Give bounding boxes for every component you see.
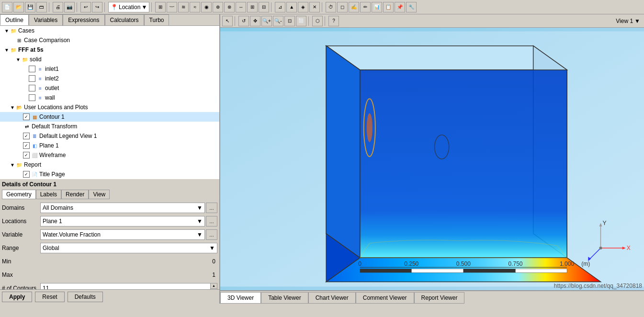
- tb12[interactable]: ↔: [236, 2, 246, 12]
- tb26[interactable]: 🔧: [406, 2, 417, 12]
- tb11[interactable]: ⊗: [224, 2, 235, 12]
- vt-zoom-fit[interactable]: ⊡: [284, 16, 295, 26]
- sep6: [322, 2, 324, 12]
- tree-item-default-transform[interactable]: ⇄ Default Transform: [0, 122, 219, 131]
- viewer-3d[interactable]: Water.Volume Fraction Contour 1 1.000e+0…: [220, 28, 644, 290]
- tree-item-solid[interactable]: ▼ 📁 solid: [0, 55, 219, 64]
- variable-btn[interactable]: …: [206, 229, 217, 240]
- tree-item-plane1[interactable]: ✓ ◧ Plane 1: [0, 141, 219, 150]
- sep5: [271, 2, 273, 12]
- tb25[interactable]: 📌: [395, 2, 405, 12]
- vt-projection[interactable]: ⬡: [312, 16, 323, 26]
- domains-dropdown[interactable]: All Domains ▼: [40, 203, 205, 213]
- tb17[interactable]: ◈: [298, 2, 308, 12]
- locations-dropdown[interactable]: Plane 1 ▼: [40, 216, 205, 226]
- tab-variables[interactable]: Variables: [29, 14, 63, 25]
- camera-btn[interactable]: 📷: [64, 2, 75, 12]
- tree-item-fff[interactable]: ▼ 📁 FFF at 5s: [0, 45, 219, 55]
- vt-pan[interactable]: ✥: [250, 16, 260, 26]
- tab-report-viewer[interactable]: Report Viewer: [414, 292, 465, 304]
- check-wall[interactable]: [29, 94, 35, 101]
- tree-item-user-locations[interactable]: ▼ 📂 User Locations and Plots: [0, 102, 219, 112]
- tab-3d-viewer[interactable]: 3D Viewer: [220, 292, 261, 304]
- tab-calculators[interactable]: Calculators: [105, 14, 144, 25]
- tree-item-inlet2[interactable]: ≡ inlet2: [0, 74, 219, 83]
- tb7[interactable]: ≋: [178, 2, 189, 12]
- tb8[interactable]: ≈: [190, 2, 200, 12]
- tb6[interactable]: 〰: [167, 2, 177, 12]
- print-btn[interactable]: 🖨: [53, 2, 63, 12]
- vt-box[interactable]: ⬜: [296, 16, 306, 26]
- vt-reset[interactable]: ↺: [238, 16, 249, 26]
- expander-solid[interactable]: ▼: [15, 57, 21, 62]
- tab-turbo[interactable]: Turbo: [144, 14, 169, 25]
- detail-tab-render[interactable]: Render: [61, 190, 89, 199]
- tree-item-wall[interactable]: ≡ wall: [0, 93, 219, 102]
- tb19[interactable]: ⏱: [326, 2, 336, 12]
- tree-item-title-page[interactable]: ✓ 📄 Title Page: [0, 170, 219, 179]
- new-btn[interactable]: 📄: [2, 2, 12, 12]
- tb23[interactable]: 📊: [372, 2, 382, 12]
- tb13[interactable]: ⊞: [247, 2, 258, 12]
- check-outlet[interactable]: [29, 85, 35, 91]
- tree-item-outlet[interactable]: ≡ outlet: [0, 83, 219, 93]
- tree-item-case-comparison[interactable]: ⊞ Case Comparison: [0, 35, 219, 45]
- tab-comment-viewer[interactable]: Comment Viewer: [356, 292, 414, 304]
- detail-tab-view[interactable]: View: [89, 190, 110, 199]
- variable-dropdown[interactable]: Water.Volume Fraction ▼: [40, 229, 205, 240]
- expander-fff[interactable]: ▼: [4, 47, 10, 53]
- check-inlet1[interactable]: [29, 66, 35, 72]
- tb24[interactable]: 📋: [383, 2, 394, 12]
- check-inlet2[interactable]: [29, 75, 35, 82]
- redo-btn[interactable]: ↪: [92, 2, 102, 12]
- vt-zoom-out[interactable]: 🔍-: [273, 16, 283, 26]
- open-btn[interactable]: 📂: [13, 2, 24, 12]
- tree-item-inlet1[interactable]: ≡ inlet1: [0, 64, 219, 74]
- apply-button[interactable]: Apply: [2, 292, 32, 302]
- tb5[interactable]: ⊞: [155, 2, 166, 12]
- tb16[interactable]: ▲: [286, 2, 297, 12]
- contours-input[interactable]: [41, 283, 210, 289]
- tb18[interactable]: ✕: [309, 2, 320, 12]
- tree-item-contour1[interactable]: ✓ ▦ Contour 1: [0, 112, 219, 122]
- expander-cases[interactable]: ▼: [4, 28, 10, 34]
- tb22[interactable]: ✏: [360, 2, 371, 12]
- tab-table-viewer[interactable]: Table Viewer: [261, 292, 308, 304]
- save-btn[interactable]: 💾: [25, 2, 35, 12]
- defaults-button[interactable]: Defaults: [68, 292, 103, 302]
- tab-chart-viewer[interactable]: Chart Viewer: [308, 292, 356, 304]
- tb9[interactable]: ◉: [201, 2, 212, 12]
- tb20[interactable]: ◻: [337, 2, 348, 12]
- view1-dropdown[interactable]: View 1 ▼: [616, 18, 640, 24]
- detail-tab-geometry[interactable]: Geometry: [2, 190, 36, 199]
- detail-tab-labels[interactable]: Labels: [36, 190, 61, 199]
- undo-btn[interactable]: ↩: [80, 2, 91, 12]
- tb10[interactable]: ⊕: [213, 2, 223, 12]
- tree-item-legend[interactable]: ✓ ≣ Default Legend View 1: [0, 131, 219, 141]
- vt-select[interactable]: ↖: [222, 16, 233, 26]
- domains-btn[interactable]: …: [206, 203, 217, 213]
- vt-zoom-in[interactable]: 🔍+: [261, 16, 272, 26]
- tb21[interactable]: ✍: [349, 2, 359, 12]
- tb14[interactable]: ⊟: [259, 2, 269, 12]
- check-contour1[interactable]: ✓: [23, 113, 30, 120]
- range-dropdown[interactable]: Global ▼: [40, 243, 217, 253]
- tb15[interactable]: ⊿: [275, 2, 285, 12]
- tab-expressions[interactable]: Expressions: [63, 14, 104, 25]
- check-title-page[interactable]: ✓: [23, 171, 30, 178]
- tree-item-wireframe[interactable]: ✓ ⬜ Wireframe: [0, 150, 219, 160]
- tab-outline[interactable]: Outline: [0, 14, 29, 25]
- expander-rp[interactable]: ▼: [10, 162, 15, 168]
- expander-ul[interactable]: ▼: [10, 105, 15, 110]
- save-all-btn[interactable]: 🗃: [36, 2, 47, 12]
- tree-item-cases[interactable]: ▼ 📁 Cases: [0, 26, 219, 35]
- reset-button[interactable]: Reset: [35, 292, 64, 302]
- check-wireframe[interactable]: ✓: [23, 152, 30, 158]
- location-dropdown[interactable]: 📍 Location ▼: [108, 2, 149, 12]
- locations-btn[interactable]: …: [206, 216, 217, 226]
- check-legend[interactable]: ✓: [23, 133, 30, 139]
- check-plane1[interactable]: ✓: [23, 142, 30, 149]
- tree-item-report[interactable]: ▼ 📁 Report: [0, 160, 219, 170]
- spin-up[interactable]: ▲: [211, 283, 217, 289]
- vt-help[interactable]: ?: [328, 16, 339, 26]
